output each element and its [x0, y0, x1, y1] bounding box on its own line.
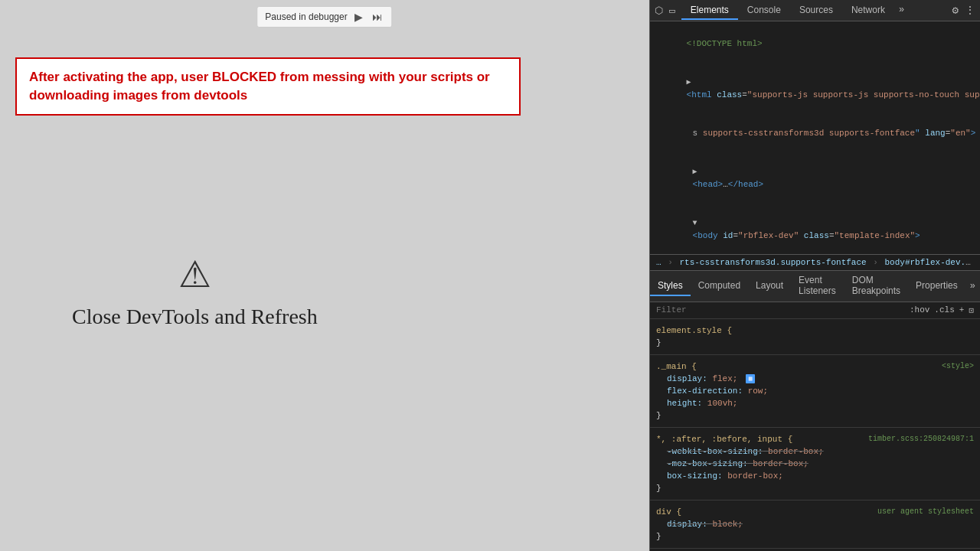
devtools-toolbar: ⬡ ▭ Elements Console Sources Network » ⚙… — [650, 0, 980, 21]
css-rule-main: ._main {<style> display: flex; ▦ flex-di… — [650, 358, 980, 424]
tab-network[interactable]: Network — [842, 2, 894, 20]
tab-computed[interactable]: Computed — [691, 276, 748, 296]
warning-box: After activating the app, user BLOCKED f… — [15, 57, 521, 116]
devtools-tabs: Elements Console Sources Network » — [681, 2, 952, 20]
close-devtools-message: ⚠ Close DevTools and Refresh — [72, 253, 318, 329]
settings-icon[interactable]: ⚙ — [952, 4, 959, 17]
breadcrumb-dots[interactable]: … — [656, 258, 662, 267]
tab-sources[interactable]: Sources — [790, 2, 842, 20]
css-rule-element-style: element.style { } — [650, 322, 980, 351]
close-devtools-text: Close DevTools and Refresh — [72, 305, 318, 329]
body-line[interactable]: ▼ <body id="rbflex-dev" class="template-… — [650, 204, 980, 254]
tab-elements[interactable]: Elements — [681, 2, 738, 20]
elements-panel[interactable]: <!DOCTYPE html> ▶ <html class="supports-… — [650, 21, 980, 254]
expand-button[interactable]: ⊡ — [969, 305, 974, 315]
breadcrumb: … › rts-csstransforms3d.supports-fontfac… — [650, 254, 980, 271]
css-rule-div: div {user agent stylesheet display: bloc… — [650, 504, 980, 545]
panel-tabs-more[interactable]: » — [965, 277, 980, 295]
html-line[interactable]: ▶ <html class="supports-js supports-js s… — [650, 63, 980, 114]
main-page: Paused in debugger ▶ ⏭ After activating … — [0, 0, 649, 551]
add-style-button[interactable]: + — [959, 305, 965, 315]
css-separator-2 — [650, 427, 980, 428]
devtools-tool-icons: ⬡ ▭ — [655, 5, 675, 17]
tab-properties[interactable]: Properties — [908, 276, 965, 296]
resume-button[interactable]: ▶ — [352, 10, 366, 24]
filter-input[interactable] — [656, 305, 910, 315]
filter-bar: :hov .cls + ⊡ — [650, 302, 980, 319]
tab-dom-breakpoints[interactable]: DOM Breakpoints — [844, 271, 908, 302]
filter-buttons: :hov .cls + ⊡ — [910, 305, 974, 315]
debugger-label: Paused in debugger — [265, 11, 347, 22]
devtools-toolbar-right: ⚙ ⋮ — [952, 4, 975, 17]
warning-text: After activating the app, user BLOCKED f… — [29, 68, 507, 105]
device-icon[interactable]: ▭ — [669, 5, 675, 17]
devtools-panel: ⬡ ▭ Elements Console Sources Network » ⚙… — [649, 0, 980, 551]
css-separator-4 — [650, 548, 980, 549]
tab-styles[interactable]: Styles — [650, 276, 691, 296]
panel-tabs: Styles Computed Layout Event Listeners D… — [650, 271, 980, 302]
tab-layout[interactable]: Layout — [748, 276, 791, 296]
css-rule-universal: *, :after, :before, input {timber.scss:2… — [650, 431, 980, 497]
css-panel[interactable]: element.style { } ._main {<style> displa… — [650, 319, 980, 552]
css-separator-3 — [650, 500, 980, 500]
css-separator-1 — [650, 354, 980, 355]
debugger-bar: Paused in debugger ▶ ⏭ — [256, 6, 392, 28]
breadcrumb-body[interactable]: body#rbflex-dev.template-index — [885, 258, 980, 267]
head-line[interactable]: ▶ <head>…</head> — [650, 152, 980, 204]
tab-console[interactable]: Console — [738, 2, 790, 20]
doctype-line: <!DOCTYPE html> — [650, 24, 980, 63]
breadcrumb-html[interactable]: rts-csstransforms3d.supports-fontface — [679, 258, 866, 267]
inspect-icon[interactable]: ⬡ — [655, 5, 663, 17]
hov-button[interactable]: :hov — [910, 305, 929, 315]
tab-event-listeners[interactable]: Event Listeners — [791, 271, 844, 302]
warning-triangle-icon: ⚠ — [178, 253, 211, 295]
html-line-2: s supports-csstransforms3d supports-font… — [650, 114, 980, 152]
more-options-icon[interactable]: ⋮ — [965, 4, 975, 17]
more-tabs-button[interactable]: » — [894, 2, 909, 20]
cls-button[interactable]: .cls — [934, 305, 954, 315]
step-button[interactable]: ⏭ — [371, 10, 384, 24]
